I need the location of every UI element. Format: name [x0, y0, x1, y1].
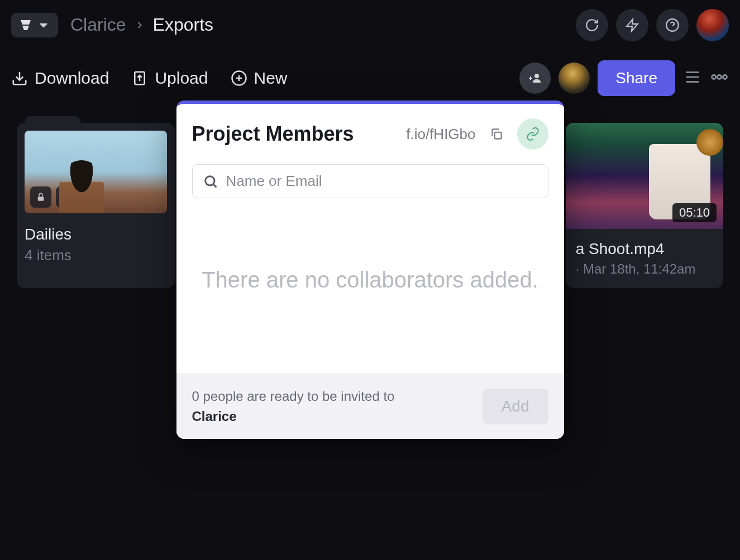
modal-title: Project Members — [192, 122, 354, 146]
share-link-text[interactable]: f.io/fHIGbo — [406, 126, 475, 143]
add-button[interactable]: Add — [483, 389, 548, 424]
modal-backdrop[interactable]: Project Members f.io/fHIGbo There are no… — [0, 0, 740, 560]
footer-prefix: 0 people are ready to be invited to — [192, 389, 395, 404]
modal-footer: 0 people are ready to be invited to Clar… — [176, 374, 564, 439]
footer-text: 0 people are ready to be invited to Clar… — [192, 386, 395, 427]
copy-link-button[interactable] — [484, 121, 509, 147]
project-members-modal: Project Members f.io/fHIGbo There are no… — [176, 100, 564, 439]
search-field[interactable] — [192, 164, 548, 198]
empty-state: There are no collaborators added. — [176, 208, 564, 374]
svg-point-21 — [205, 176, 214, 185]
modal-header: Project Members f.io/fHIGbo — [176, 104, 564, 154]
footer-project-name: Clarice — [192, 409, 237, 424]
link-button[interactable] — [517, 118, 548, 150]
search-icon — [203, 174, 218, 189]
modal-link-area: f.io/fHIGbo — [406, 118, 548, 150]
search-input[interactable] — [226, 173, 538, 190]
link-icon — [526, 127, 540, 141]
svg-rect-20 — [494, 132, 501, 139]
copy-icon — [489, 127, 504, 141]
svg-line-22 — [213, 184, 216, 187]
